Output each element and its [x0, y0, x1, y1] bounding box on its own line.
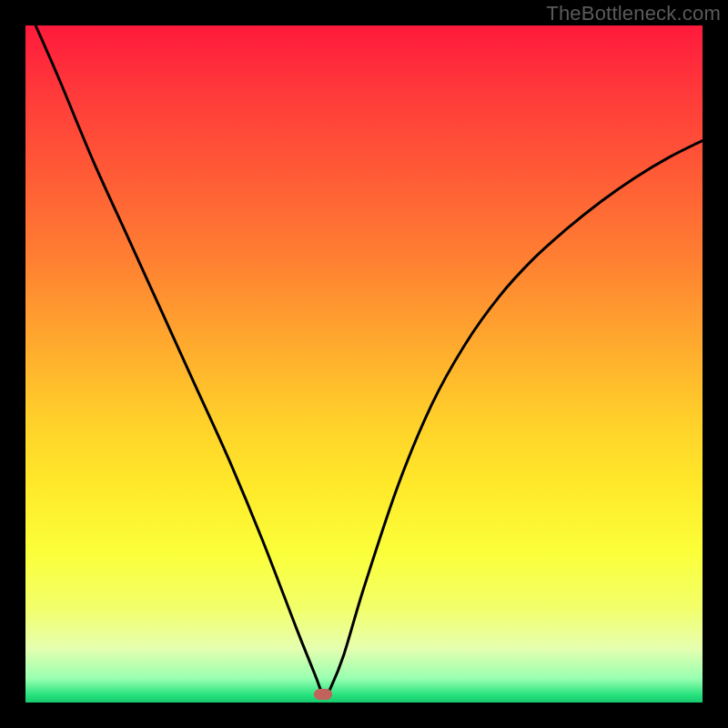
- chart-frame: TheBottleneck.com: [0, 0, 728, 728]
- watermark-text: TheBottleneck.com: [546, 2, 721, 25]
- plot-area: [25, 25, 703, 703]
- background-gradient: [25, 25, 703, 703]
- optimum-marker: [314, 689, 332, 700]
